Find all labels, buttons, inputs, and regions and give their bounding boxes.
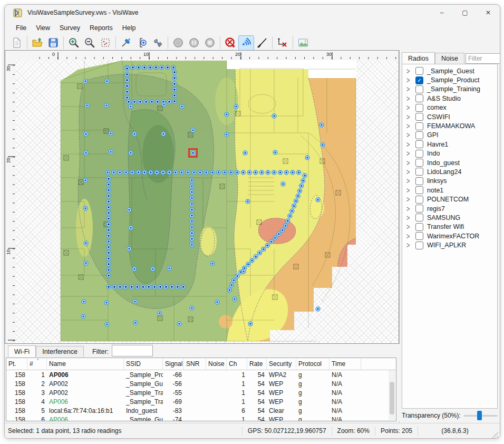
data-point[interactable]: [149, 66, 151, 69]
radio-item[interactable]: >WarimexFACTOR: [402, 231, 497, 240]
radio-checkbox[interactable]: [415, 150, 423, 158]
data-point[interactable]: [244, 152, 246, 154]
table-row[interactable]: 1586AP006_Sample_Guest-74154WEPgN/A: [6, 415, 396, 421]
table-row[interactable]: 1584AP006_Sample_Training-69154WEPgN/A: [6, 397, 396, 406]
data-point[interactable]: [226, 113, 228, 115]
pause-button[interactable]: [186, 35, 202, 51]
data-point[interactable]: [85, 262, 87, 264]
radio-checkbox[interactable]: [415, 232, 423, 240]
data-point[interactable]: [134, 301, 136, 303]
radio-checkbox[interactable]: [415, 196, 423, 204]
data-point[interactable]: [130, 152, 132, 154]
data-point[interactable]: [159, 312, 161, 314]
data-point[interactable]: [173, 89, 176, 91]
col-security[interactable]: Security: [267, 358, 296, 370]
data-point[interactable]: [152, 268, 154, 270]
data-point[interactable]: [191, 209, 193, 211]
zoom-region-button[interactable]: [98, 35, 113, 51]
data-point[interactable]: [108, 224, 110, 226]
minimize-button[interactable]: –: [430, 5, 453, 21]
data-point[interactable]: [126, 96, 128, 99]
data-point[interactable]: [173, 83, 176, 85]
data-point[interactable]: [191, 244, 193, 246]
data-point[interactable]: [108, 275, 110, 277]
data-point[interactable]: [298, 171, 300, 173]
data-point[interactable]: [106, 80, 108, 82]
tab-wifi[interactable]: Wi-Fi: [8, 345, 36, 357]
data-point[interactable]: [153, 286, 156, 288]
data-point[interactable]: [247, 263, 249, 265]
data-point[interactable]: [106, 323, 108, 325]
data-point[interactable]: [108, 184, 110, 186]
data-point[interactable]: [233, 279, 235, 282]
data-point[interactable]: [285, 225, 287, 227]
data-point[interactable]: [105, 104, 108, 107]
data-point[interactable]: [108, 206, 110, 208]
radio-item[interactable]: >GPI: [402, 131, 497, 140]
radio-checkbox[interactable]: [415, 177, 423, 185]
expand-chevron-icon[interactable]: >: [406, 140, 414, 148]
radio-checkbox[interactable]: [415, 242, 423, 249]
data-point[interactable]: [266, 245, 268, 247]
data-point[interactable]: [128, 209, 130, 211]
data-point[interactable]: [285, 171, 287, 173]
expand-chevron-icon[interactable]: >: [406, 159, 414, 167]
data-point[interactable]: [142, 286, 144, 288]
data-point[interactable]: [110, 132, 112, 134]
zoom-in-button[interactable]: [66, 35, 82, 51]
expand-chevron-icon[interactable]: >: [406, 214, 414, 221]
transparency-slider[interactable]: [464, 411, 498, 420]
data-point[interactable]: [274, 151, 276, 153]
stop-button[interactable]: [202, 35, 218, 51]
open-file-button[interactable]: [30, 35, 45, 51]
slider-thumb[interactable]: [477, 411, 482, 420]
process-data-button[interactable]: [150, 35, 166, 51]
data-point[interactable]: [291, 210, 293, 212]
expand-chevron-icon[interactable]: >: [406, 122, 414, 130]
data-point[interactable]: [255, 256, 257, 258]
data-point[interactable]: [133, 268, 135, 270]
data-point[interactable]: [143, 66, 146, 69]
data-point[interactable]: [137, 286, 139, 288]
resize-grip[interactable]: [492, 432, 498, 438]
data-point[interactable]: [173, 71, 176, 73]
data-point[interactable]: [162, 133, 164, 135]
radio-item[interactable]: >✓_Sample_Product: [402, 75, 497, 84]
data-point[interactable]: [273, 171, 275, 173]
radios-filter-input[interactable]: [466, 53, 500, 64]
data-point[interactable]: [159, 286, 161, 288]
data-point[interactable]: [108, 257, 110, 259]
data-point[interactable]: [182, 286, 185, 288]
data-point[interactable]: [130, 105, 132, 108]
data-point[interactable]: [191, 185, 193, 187]
expand-chevron-icon[interactable]: >: [406, 113, 414, 121]
data-point[interactable]: [178, 323, 180, 325]
radio-checkbox[interactable]: [415, 168, 423, 176]
col-ssid[interactable]: SSID: [124, 358, 163, 370]
data-point[interactable]: [234, 298, 236, 300]
expand-chevron-icon[interactable]: >: [406, 76, 414, 84]
radio-item[interactable]: >comex: [402, 103, 497, 112]
radio-item[interactable]: >_Sample_Guest: [402, 66, 497, 75]
col-[interactable]: #^: [27, 358, 47, 370]
data-point[interactable]: [108, 195, 110, 197]
data-point[interactable]: [181, 171, 183, 173]
data-point[interactable]: [133, 101, 135, 103]
radio-item[interactable]: >_Sample_Training: [402, 85, 497, 94]
expand-chevron-icon[interactable]: >: [406, 131, 414, 139]
data-point[interactable]: [211, 263, 214, 265]
data-point[interactable]: [168, 267, 170, 269]
menu-reports[interactable]: Reports: [85, 23, 118, 33]
expand-chevron-icon[interactable]: >: [406, 186, 414, 194]
radio-item[interactable]: >Havre1: [402, 140, 497, 149]
data-point[interactable]: [172, 66, 175, 69]
table-row[interactable]: 1583AP002_Sample_Training-55154WEPgN/A: [6, 388, 396, 397]
expand-chevron-icon[interactable]: >: [406, 168, 414, 176]
data-point[interactable]: [131, 286, 133, 288]
data-point[interactable]: [282, 229, 284, 231]
data-point[interactable]: [255, 171, 257, 173]
data-point[interactable]: [297, 195, 299, 197]
data-point[interactable]: [105, 302, 108, 304]
data-point[interactable]: [192, 129, 194, 131]
maximize-button[interactable]: ▢: [453, 5, 477, 21]
